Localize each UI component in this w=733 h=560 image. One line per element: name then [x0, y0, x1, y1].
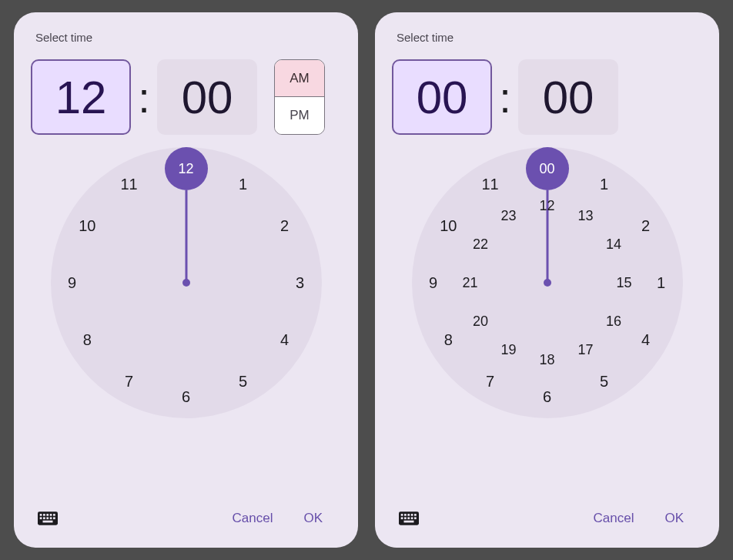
minute-field[interactable]: 00	[157, 59, 257, 135]
clock-tick-outer[interactable]: 1	[600, 175, 608, 193]
time-readout: 00 : 00	[392, 59, 702, 135]
action-bar: Cancel OK	[392, 500, 702, 537]
clock-selection-thumb[interactable]: 00	[526, 147, 569, 190]
pm-option[interactable]: PM	[275, 97, 324, 134]
clock-tick-inner[interactable]: 22	[473, 236, 488, 253]
keyboard-icon[interactable]	[34, 505, 62, 532]
clock-tick-outer[interactable]: 7	[486, 373, 494, 391]
clock-center-dot	[544, 279, 551, 287]
clock-dial-wrap: 001214567891011121314151617181920212223	[392, 147, 702, 500]
clock-tick-outer[interactable]: 2	[641, 217, 650, 235]
picker-title: Select time	[35, 31, 336, 44]
svg-rect-1	[40, 514, 42, 516]
cancel-button[interactable]: Cancel	[581, 505, 647, 532]
clock-tick-inner[interactable]: 19	[500, 341, 516, 357]
svg-rect-10	[53, 517, 55, 519]
clock-hand	[185, 190, 187, 283]
clock-tick-outer[interactable]: 9	[429, 274, 437, 292]
clock-tick-outer[interactable]: 7	[125, 373, 133, 391]
svg-rect-14	[404, 514, 407, 516]
svg-rect-17	[414, 514, 417, 516]
cancel-button[interactable]: Cancel	[220, 505, 286, 532]
clock-center-dot	[182, 279, 190, 287]
svg-rect-11	[43, 521, 53, 523]
clock-tick-inner[interactable]: 16	[606, 314, 621, 330]
clock-tick-outer[interactable]: 8	[444, 331, 453, 349]
svg-rect-23	[404, 521, 414, 523]
ok-button[interactable]: OK	[291, 505, 335, 532]
svg-rect-21	[411, 517, 413, 519]
clock-tick-outer[interactable]: 5	[600, 373, 608, 391]
clock-tick-outer[interactable]: 9	[68, 274, 76, 292]
clock-tick-outer[interactable]: 1	[657, 274, 665, 292]
clock-tick-inner[interactable]: 15	[616, 275, 631, 291]
svg-rect-4	[50, 514, 52, 516]
keyboard-icon[interactable]	[395, 505, 423, 532]
minute-field[interactable]: 00	[518, 59, 618, 135]
clock-tick-outer[interactable]: 11	[481, 175, 498, 193]
svg-rect-18	[401, 517, 403, 519]
time-picker-12h: Select time 12 : 00 AM PM 12123456789101…	[14, 12, 358, 548]
hour-field[interactable]: 12	[31, 59, 131, 135]
svg-rect-13	[401, 514, 403, 516]
clock-tick-outer[interactable]: 10	[79, 217, 95, 235]
clock-tick-inner[interactable]: 14	[606, 236, 621, 253]
am-option[interactable]: AM	[275, 60, 324, 97]
svg-rect-19	[404, 517, 407, 519]
svg-rect-5	[53, 514, 55, 516]
time-colon: :	[136, 59, 152, 135]
clock-tick-inner[interactable]: 23	[500, 208, 516, 224]
picker-title: Select time	[397, 31, 698, 44]
svg-rect-3	[46, 514, 49, 516]
clock-tick-inner[interactable]: 18	[539, 352, 554, 368]
clock-tick-outer[interactable]: 10	[440, 217, 457, 235]
svg-rect-16	[411, 514, 413, 516]
clock-tick-inner[interactable]: 20	[473, 314, 488, 330]
clock-tick-inner[interactable]: 12	[539, 198, 554, 214]
clock-tick-outer[interactable]: 1	[239, 175, 247, 193]
clock-tick-outer[interactable]: 6	[543, 388, 551, 406]
svg-rect-22	[414, 517, 417, 519]
clock-tick-outer[interactable]: 4	[280, 331, 289, 349]
clock-tick-outer[interactable]: 3	[296, 274, 304, 292]
ok-button[interactable]: OK	[652, 505, 696, 532]
svg-rect-9	[50, 517, 52, 519]
clock-tick-inner[interactable]: 13	[577, 208, 593, 224]
clock-tick-inner[interactable]: 17	[577, 341, 593, 357]
svg-rect-6	[40, 517, 42, 519]
svg-rect-8	[46, 517, 49, 519]
clock-dial[interactable]: 001214567891011121314151617181920212223	[412, 147, 683, 418]
action-bar: Cancel OK	[31, 500, 341, 537]
time-colon: :	[497, 59, 514, 135]
clock-tick-outer[interactable]: 11	[120, 175, 137, 193]
clock-dial[interactable]: 121234567891011	[51, 147, 322, 418]
svg-rect-20	[407, 517, 410, 519]
svg-rect-2	[43, 514, 45, 516]
time-picker-24h: Select time 00 : 00 00121456789101112131…	[375, 12, 719, 548]
clock-dial-wrap: 121234567891011	[31, 147, 341, 500]
clock-tick-outer[interactable]: 5	[239, 373, 247, 391]
clock-tick-outer[interactable]: 8	[83, 331, 92, 349]
clock-tick-outer[interactable]: 2	[280, 217, 289, 235]
clock-selection-thumb[interactable]: 12	[165, 147, 208, 190]
hour-field[interactable]: 00	[392, 59, 492, 135]
svg-rect-7	[43, 517, 45, 519]
ampm-toggle: AM PM	[274, 59, 325, 135]
clock-tick-outer[interactable]: 4	[641, 331, 650, 349]
svg-rect-15	[407, 514, 410, 516]
time-readout: 12 : 00 AM PM	[31, 59, 341, 135]
clock-tick-outer[interactable]: 6	[182, 388, 190, 406]
clock-tick-inner[interactable]: 21	[462, 275, 477, 291]
